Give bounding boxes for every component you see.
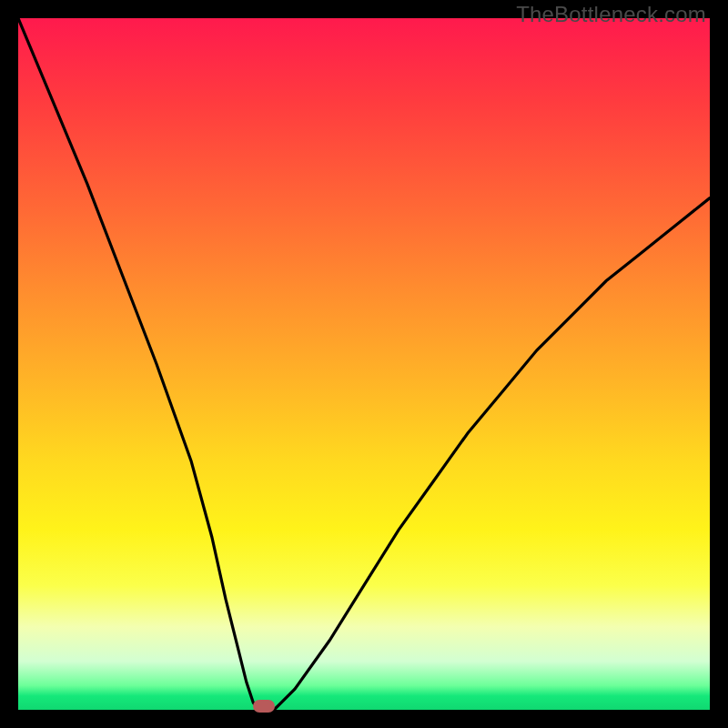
optimum-marker [253, 700, 275, 713]
watermark-text: TheBottleneck.com [516, 2, 706, 27]
chart-frame [18, 18, 710, 710]
bottleneck-curve [18, 18, 710, 710]
